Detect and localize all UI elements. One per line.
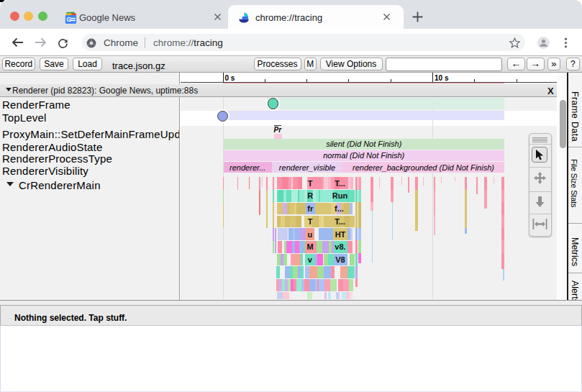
svg-text:v: v [308, 255, 313, 264]
svg-text:v8.: v8. [335, 242, 345, 251]
svg-text:Run: Run [332, 191, 348, 200]
svg-text:T...: T... [335, 217, 345, 226]
svg-text:T...: T... [335, 179, 345, 188]
svg-text:T: T [308, 179, 313, 188]
svg-text:fr: fr [307, 204, 314, 213]
svg-text:T: T [308, 217, 313, 226]
svg-text:R: R [307, 191, 313, 200]
svg-text:M: M [307, 242, 314, 251]
svg-text:V8: V8 [335, 255, 345, 264]
svg-text:HT: HT [335, 230, 346, 239]
svg-text:G: G [67, 16, 72, 23]
svg-text:u: u [307, 230, 312, 239]
svg-text:f...: f... [335, 204, 344, 213]
